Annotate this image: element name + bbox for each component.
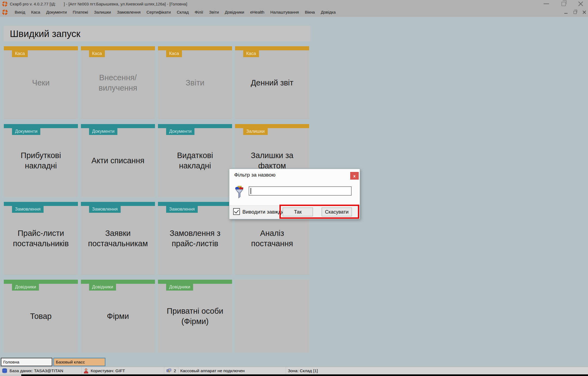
text-caret <box>251 188 251 194</box>
menu-item-platezhi[interactable]: Платежі <box>70 8 91 16</box>
tile-zamovlennia-z-prais-lystiv[interactable]: Замовлення Замовлення з прайс-листів <box>158 202 232 275</box>
mdi-minimize-icon[interactable] <box>564 13 568 14</box>
mdi-restore-icon[interactable] <box>574 11 577 14</box>
tile-category-label: Документи <box>166 128 194 135</box>
tile-category-bar: Залишки <box>235 124 309 128</box>
tile-label: Звіти <box>158 78 232 88</box>
tile-label: Аналіз постачання <box>235 228 309 249</box>
tile-vnesennia-vyluchennia[interactable]: Каса Внесення/вилучення <box>81 46 155 119</box>
tile-category-label: Замовлення <box>89 206 121 213</box>
menu-item-sklad[interactable]: Склад <box>174 8 192 16</box>
tile-category-label: Довідники <box>89 284 116 291</box>
tile-category-label: Каса <box>243 50 259 57</box>
tile-category-bar: Документи <box>81 124 155 128</box>
tile-category-bar: Каса <box>158 46 232 50</box>
status-cash-register: Кассовый аппарат не подключен <box>178 367 286 374</box>
tile-pryvatni-osoby[interactable]: Довідники Приватні особи (Фірми) <box>158 280 232 353</box>
tile-label: Внесення/вилучення <box>81 72 155 93</box>
database-icon <box>2 368 7 374</box>
tile-category-label: Документи <box>12 128 40 135</box>
tile-category-label: Каса <box>166 50 182 57</box>
tile-label: Залишки за фактом <box>235 150 309 171</box>
tile-category-bar: Довідники <box>158 280 232 284</box>
user-icon <box>84 368 89 374</box>
menu-item-zamovlennia[interactable]: Замовлення <box>114 8 144 16</box>
menu-item-dokumenty[interactable]: Документи <box>43 8 70 16</box>
tile-firmy[interactable]: Довідники Фірми <box>81 280 155 353</box>
menu-item-zvity[interactable]: Звіти <box>206 8 222 16</box>
status-database: База даних: TASA3@TITAN <box>0 367 82 374</box>
always-show-label: Виводити завжди <box>242 209 284 215</box>
tile-category-label: Залишки <box>243 128 268 135</box>
tab-holovna-label: Головна <box>3 360 19 365</box>
window-title: Скарб pro v. 4.0.2.77 [ІД: ] - [Апт №003… <box>10 2 187 6</box>
tile-label: Заявки постачальникам <box>81 228 155 249</box>
status-session-count-text: 2 <box>174 368 176 373</box>
tile-label: Видаткові накладні <box>158 150 232 171</box>
menu-item-ehealth[interactable]: eHealth <box>247 8 267 16</box>
tile-category-bar: Замовлення <box>4 202 78 206</box>
tile-category-bar: Замовлення <box>158 202 232 206</box>
tile-zvity[interactable]: Каса Звіти <box>158 46 232 119</box>
ok-button[interactable]: Так <box>283 208 313 216</box>
menu-item-nalashtuvannia[interactable]: Налаштування <box>267 8 302 16</box>
tile-dennyi-zvit[interactable]: Каса Денний звіт <box>235 46 309 119</box>
dialog-footer: Виводити завжди Так Скасувати <box>229 205 360 219</box>
tile-category-label: Документи <box>89 128 117 135</box>
tile-category-bar: Каса <box>235 46 309 50</box>
menu-item-filii[interactable]: Філії <box>192 8 206 16</box>
tile-tovar[interactable]: Довідники Товар <box>4 280 78 353</box>
tile-category-bar: Каса <box>81 46 155 50</box>
tile-category-bar: Каса <box>4 46 78 50</box>
tile-prais-lysty-postachalnykiv[interactable]: Замовлення Прайс-листи постачальників <box>4 202 78 275</box>
menu-items: Вихід Каса Документи Платежі Залишки Зам… <box>12 8 339 16</box>
menu-item-kasa[interactable]: Каса <box>28 8 43 16</box>
dialog-title: Фільтр за назвою <box>234 172 276 178</box>
tile-akty-spysannia[interactable]: Документи Акти списання <box>81 124 155 197</box>
tile-label: Денний звіт <box>235 78 309 88</box>
app-logo-icon <box>2 1 8 7</box>
tile-vydatkovi-nakladni[interactable]: Документи Видаткові накладні <box>158 124 232 197</box>
tile-category-bar: Довідники <box>81 280 155 284</box>
mdi-close-icon[interactable] <box>583 11 586 14</box>
minimize-icon[interactable] <box>544 4 549 4</box>
close-icon[interactable] <box>578 1 583 6</box>
connection-icon <box>166 368 172 373</box>
status-zone-text: Зона: Склад [1] <box>288 368 318 373</box>
tile-prybutkovi-nakladni[interactable]: Документи Прибуткові накладні <box>4 124 78 197</box>
filter-funnel-icon <box>235 185 244 199</box>
tab-bazovyi-klass[interactable]: Базовый класс <box>53 358 105 366</box>
restore-icon[interactable] <box>562 2 566 6</box>
taskbar-edge <box>21 374 588 376</box>
status-database-text: База даних: TASA3@TITAN <box>10 368 63 373</box>
tab-bazovyi-klass-label: Базовый класс <box>56 360 85 365</box>
status-cash-register-text: Кассовый аппарат не подключен <box>180 368 245 373</box>
tile-cheky[interactable]: Каса Чеки <box>4 46 78 119</box>
tile-zaiavky-postachalnykam[interactable]: Замовлення Заявки постачальникам <box>81 202 155 275</box>
dialog-close-button[interactable]: x <box>350 172 359 180</box>
always-show-checkbox[interactable] <box>233 208 240 215</box>
tile-category-label: Довідники <box>12 284 39 291</box>
menu-item-sertyfikaty[interactable]: Сертифікати <box>144 8 174 16</box>
tile-category-bar: Замовлення <box>81 202 155 206</box>
tile-label: Фірми <box>81 311 155 321</box>
tile-category-bar: Довідники <box>4 280 78 284</box>
menu-item-zalyshky[interactable]: Залишки <box>91 8 114 16</box>
tile-label: Замовлення з прайс-листів <box>158 228 232 249</box>
tile-label: Прибуткові накладні <box>4 150 78 171</box>
tab-holovna[interactable]: Головна <box>1 358 52 366</box>
cancel-button[interactable]: Скасувати <box>322 208 352 216</box>
menu-item-vykhid[interactable]: Вихід <box>12 8 28 16</box>
menu-bar: Вихід Каса Документи Платежі Залишки Зам… <box>0 8 588 17</box>
status-user: Користувач: GIFT <box>82 367 164 374</box>
menu-item-dovidka[interactable]: Довідка <box>318 8 339 16</box>
tile-label: Акти списання <box>81 155 155 166</box>
menu-item-dovidnyky[interactable]: Довідники <box>222 8 247 16</box>
menu-item-vikna[interactable]: Вікна <box>302 8 318 16</box>
tile-category-label: Каса <box>89 50 105 57</box>
tile-category-bar: Документи <box>4 124 78 128</box>
tile-label: Прайс-листи постачальників <box>4 228 78 249</box>
status-user-text: Користувач: GIFT <box>91 368 125 373</box>
filter-name-input[interactable] <box>249 186 352 196</box>
status-bar: База даних: TASA3@TITAN Користувач: GIFT… <box>0 367 588 374</box>
